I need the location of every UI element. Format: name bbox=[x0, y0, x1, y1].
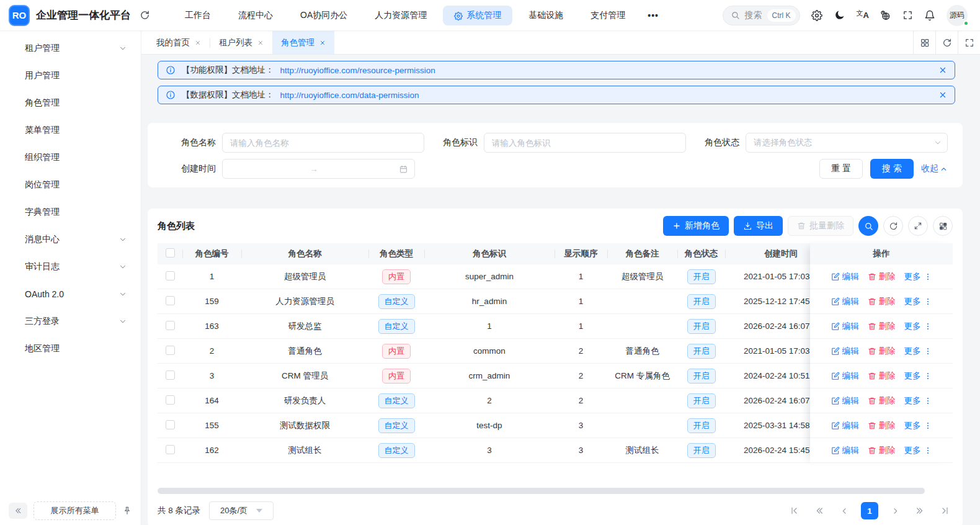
select-all-checkbox[interactable] bbox=[166, 248, 175, 258]
tab-refresh-icon[interactable] bbox=[935, 31, 958, 54]
alert-doc-link[interactable]: http://ruoyioffice.com/data-permission bbox=[280, 91, 419, 100]
column-settings-button[interactable] bbox=[933, 216, 953, 236]
delete-button[interactable]: 删除 bbox=[868, 395, 896, 406]
tab-maximize-icon[interactable] bbox=[958, 31, 980, 54]
first-page-button[interactable] bbox=[786, 503, 803, 519]
more-button[interactable]: 更多 bbox=[904, 271, 932, 282]
search-button[interactable]: 搜 索 bbox=[870, 159, 914, 179]
sidebar-item-menu[interactable]: 菜单管理 bbox=[5, 118, 136, 143]
edit-button[interactable]: 编辑 bbox=[831, 395, 859, 406]
nav-item-payment[interactable]: 支付管理 bbox=[579, 6, 636, 25]
tab-close-icon[interactable] bbox=[257, 40, 264, 46]
page-size-select[interactable]: 20条/页 bbox=[209, 501, 274, 520]
role-status-badge[interactable]: 开启 bbox=[687, 443, 716, 458]
tab-close-icon[interactable] bbox=[319, 40, 326, 46]
pin-icon[interactable] bbox=[122, 506, 132, 516]
role-status-badge[interactable]: 开启 bbox=[687, 269, 716, 284]
row-checkbox[interactable] bbox=[166, 370, 175, 380]
delete-button[interactable]: 删除 bbox=[868, 271, 896, 282]
role-status-badge[interactable]: 开启 bbox=[687, 393, 716, 408]
sidebar-item-user[interactable]: 用户管理 bbox=[5, 63, 136, 88]
tab-grid-icon[interactable] bbox=[913, 31, 935, 54]
notification-bell-icon[interactable] bbox=[924, 10, 935, 21]
nav-item-flow-center[interactable]: 流程中心 bbox=[227, 6, 284, 25]
show-all-menu-button[interactable]: 展示所有菜单 bbox=[33, 501, 116, 520]
prev-fast-button[interactable] bbox=[811, 503, 827, 519]
batch-delete-button[interactable]: 批量删除 bbox=[788, 216, 853, 236]
add-role-button[interactable]: 新增角色 bbox=[663, 216, 729, 236]
role-status-select[interactable]: 请选择角色状态 bbox=[746, 133, 948, 153]
export-button[interactable]: 导出 bbox=[734, 216, 783, 236]
more-button[interactable]: 更多 bbox=[904, 321, 932, 332]
last-page-button[interactable] bbox=[937, 503, 953, 519]
refresh-table-button[interactable] bbox=[883, 216, 903, 236]
more-button[interactable]: 更多 bbox=[904, 296, 932, 307]
timezone-globe-icon[interactable] bbox=[880, 10, 891, 21]
prev-page-button[interactable] bbox=[836, 503, 852, 519]
delete-button[interactable]: 删除 bbox=[868, 296, 896, 307]
nav-more-button[interactable]: ••• bbox=[641, 6, 665, 25]
sidebar-item-third-login[interactable]: 三方登录 bbox=[5, 309, 136, 334]
tab-tenant-list[interactable]: 租户列表 bbox=[210, 31, 272, 54]
alert-close-icon[interactable] bbox=[938, 91, 947, 99]
delete-button[interactable]: 删除 bbox=[868, 370, 896, 382]
row-checkbox[interactable] bbox=[166, 445, 175, 454]
sidebar-item-audit-log[interactable]: 审计日志 bbox=[5, 254, 136, 279]
sidebar-item-dict[interactable]: 字典管理 bbox=[5, 200, 136, 225]
page-number-current[interactable]: 1 bbox=[861, 502, 878, 519]
app-logo[interactable]: RO bbox=[9, 5, 30, 26]
role-status-badge[interactable]: 开启 bbox=[687, 319, 716, 334]
row-checkbox[interactable] bbox=[166, 321, 175, 330]
row-checkbox[interactable] bbox=[166, 296, 175, 305]
toggle-search-button[interactable] bbox=[858, 216, 878, 236]
role-status-badge[interactable]: 开启 bbox=[687, 344, 716, 359]
reset-button[interactable]: 重 置 bbox=[819, 159, 863, 179]
sidebar-item-role[interactable]: 角色管理 bbox=[5, 91, 136, 115]
delete-button[interactable]: 删除 bbox=[868, 420, 896, 431]
user-avatar[interactable]: 源码 bbox=[947, 5, 968, 26]
more-button[interactable]: 更多 bbox=[904, 420, 932, 431]
row-checkbox[interactable] bbox=[166, 395, 175, 405]
sidebar-collapse-button[interactable] bbox=[9, 503, 27, 519]
role-status-badge[interactable]: 开启 bbox=[687, 294, 716, 309]
role-status-badge[interactable]: 开启 bbox=[687, 418, 716, 433]
alert-doc-link[interactable]: http://ruoyioffice.com/resource-permissi… bbox=[280, 66, 435, 75]
delete-button[interactable]: 删除 bbox=[868, 321, 896, 332]
role-name-input[interactable] bbox=[222, 133, 424, 153]
sidebar-item-oauth[interactable]: OAuth 2.0 bbox=[5, 282, 136, 307]
nav-refresh-icon[interactable] bbox=[140, 10, 150, 20]
tab-home[interactable]: 我的首页 bbox=[148, 31, 210, 54]
nav-item-oa[interactable]: OA协同办公 bbox=[289, 6, 359, 25]
fullscreen-icon[interactable] bbox=[902, 10, 913, 20]
language-translate-icon[interactable]: 文A bbox=[857, 11, 869, 19]
collapse-form-link[interactable]: 收起 bbox=[921, 163, 948, 174]
tab-close-icon[interactable] bbox=[195, 40, 201, 46]
nav-item-workbench[interactable]: 工作台 bbox=[174, 6, 222, 25]
sidebar-item-region[interactable]: 地区管理 bbox=[5, 336, 136, 361]
row-checkbox[interactable] bbox=[166, 271, 175, 280]
edit-button[interactable]: 编辑 bbox=[831, 346, 859, 357]
delete-button[interactable]: 删除 bbox=[868, 445, 896, 456]
edit-button[interactable]: 编辑 bbox=[831, 296, 859, 307]
row-checkbox[interactable] bbox=[166, 420, 175, 429]
role-status-badge[interactable]: 开启 bbox=[687, 369, 716, 384]
more-button[interactable]: 更多 bbox=[904, 370, 932, 382]
edit-button[interactable]: 编辑 bbox=[831, 445, 859, 456]
delete-button[interactable]: 删除 bbox=[868, 346, 896, 357]
nav-item-hr[interactable]: 人力资源管理 bbox=[363, 6, 438, 25]
scrollbar-thumb[interactable] bbox=[158, 488, 925, 494]
row-checkbox[interactable] bbox=[166, 346, 175, 355]
sidebar-item-organization[interactable]: 组织管理 bbox=[5, 145, 136, 170]
nav-item-system[interactable]: 系统管理 bbox=[443, 6, 512, 25]
next-page-button[interactable] bbox=[887, 503, 903, 519]
tab-role-management[interactable]: 角色管理 bbox=[272, 31, 334, 54]
edit-button[interactable]: 编辑 bbox=[831, 370, 859, 382]
more-button[interactable]: 更多 bbox=[904, 346, 932, 357]
sidebar-item-message-center[interactable]: 消息中心 bbox=[5, 227, 136, 252]
edit-button[interactable]: 编辑 bbox=[831, 420, 859, 431]
more-button[interactable]: 更多 bbox=[904, 395, 932, 406]
expand-table-button[interactable] bbox=[908, 216, 928, 236]
dark-mode-moon-icon[interactable] bbox=[834, 9, 845, 21]
alert-close-icon[interactable] bbox=[938, 66, 947, 74]
sidebar-item-post[interactable]: 岗位管理 bbox=[5, 173, 136, 197]
